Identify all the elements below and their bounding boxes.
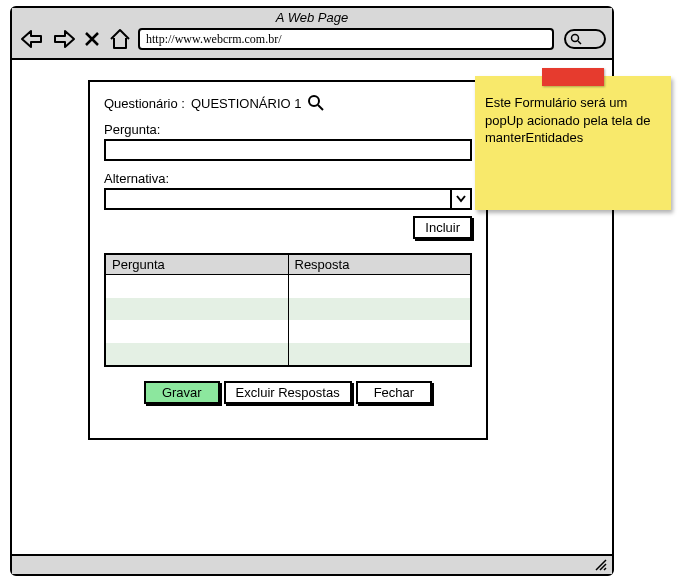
table-row[interactable] <box>106 298 288 321</box>
col-resposta-header: Resposta <box>289 255 471 274</box>
alternativa-combo <box>104 188 472 210</box>
back-button[interactable] <box>18 27 46 51</box>
svg-point-0 <box>572 35 579 42</box>
fechar-button[interactable]: Fechar <box>356 381 432 404</box>
svg-line-3 <box>318 105 323 110</box>
col-pergunta <box>106 275 289 365</box>
respostas-table: Pergunta Resposta <box>104 253 472 367</box>
url-input[interactable] <box>138 28 554 50</box>
search-icon <box>570 33 582 45</box>
magnifier-icon <box>307 94 325 112</box>
pergunta-label: Pergunta: <box>104 122 472 137</box>
home-button[interactable] <box>106 27 134 51</box>
questionario-form: Questionário : QUESTIONÁRIO 1 Pergunta: … <box>88 80 488 440</box>
lookup-button[interactable] <box>307 94 325 112</box>
sticky-note: Este Formulário será um popUp acionado p… <box>475 76 671 210</box>
statusbar <box>12 554 612 574</box>
table-body <box>106 275 470 365</box>
alternativa-dropdown-button[interactable] <box>450 188 472 210</box>
col-resposta <box>289 275 471 365</box>
alternativa-input[interactable] <box>104 188 450 210</box>
form-title-prefix: Questionário : <box>104 96 185 111</box>
table-row[interactable] <box>106 320 288 343</box>
alternativa-label: Alternativa: <box>104 171 472 186</box>
stop-button[interactable] <box>82 27 102 51</box>
pergunta-input[interactable] <box>104 139 472 161</box>
svg-line-1 <box>578 41 581 44</box>
col-pergunta-header: Pergunta <box>106 255 289 274</box>
table-row[interactable] <box>106 275 288 298</box>
sticky-tape <box>542 68 604 86</box>
table-row[interactable] <box>289 343 471 366</box>
resize-grip-icon[interactable] <box>594 558 608 572</box>
arrow-right-icon <box>52 29 76 49</box>
arrow-left-icon <box>20 29 44 49</box>
page-title: A Web Page <box>12 8 612 25</box>
browser-topbar: A Web Page <box>12 8 612 60</box>
incluir-button[interactable]: Incluir <box>413 216 472 239</box>
nav-controls <box>12 25 612 53</box>
table-row[interactable] <box>289 320 471 343</box>
form-title-value: QUESTIONÁRIO 1 <box>191 96 302 111</box>
chevron-down-icon <box>456 195 466 203</box>
excluir-respostas-button[interactable]: Excluir Respostas <box>224 381 352 404</box>
x-icon <box>84 31 100 47</box>
svg-point-2 <box>309 96 319 106</box>
forward-button[interactable] <box>50 27 78 51</box>
table-row[interactable] <box>106 343 288 366</box>
sticky-text: Este Formulário será um popUp acionado p… <box>485 94 661 147</box>
search-box[interactable] <box>564 29 606 49</box>
table-row[interactable] <box>289 275 471 298</box>
form-title: Questionário : QUESTIONÁRIO 1 <box>104 94 472 112</box>
table-header: Pergunta Resposta <box>106 255 470 275</box>
home-icon <box>108 28 132 50</box>
form-buttons: Gravar Excluir Respostas Fechar <box>104 381 472 404</box>
table-row[interactable] <box>289 298 471 321</box>
gravar-button[interactable]: Gravar <box>144 381 220 404</box>
